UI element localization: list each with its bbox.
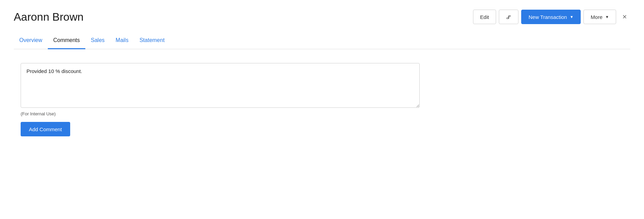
attach-button[interactable]: 🖇 (499, 10, 518, 24)
tab-statement[interactable]: Statement (134, 34, 170, 49)
more-dropdown-arrow: ▼ (605, 15, 609, 19)
more-button[interactable]: More ▼ (583, 10, 616, 24)
comment-textarea[interactable]: Provided 10 % discount. (21, 63, 420, 108)
more-label: More (591, 14, 602, 20)
close-button[interactable]: × (619, 12, 630, 22)
tab-mails[interactable]: Mails (110, 34, 134, 49)
new-transaction-label: New Transaction (528, 14, 567, 20)
edit-button[interactable]: Edit (473, 10, 496, 24)
new-transaction-button[interactable]: New Transaction ▼ (521, 10, 581, 24)
tabs-row: Overview Comments Sales Mails Statement (14, 34, 630, 49)
header-actions: Edit 🖇 New Transaction ▼ More ▼ × (473, 10, 630, 24)
add-comment-button[interactable]: Add Comment (21, 122, 70, 136)
close-icon: × (622, 12, 627, 21)
header-row: Aaronn Brown Edit 🖇 New Transaction ▼ Mo… (14, 10, 630, 24)
tab-sales[interactable]: Sales (85, 34, 110, 49)
paperclip-icon: 🖇 (506, 14, 511, 20)
internal-use-label: (For Internal Use) (21, 111, 420, 116)
page-title: Aaronn Brown (14, 11, 84, 23)
comments-content: Provided 10 % discount. (For Internal Us… (14, 63, 427, 136)
new-transaction-dropdown-arrow: ▼ (570, 15, 573, 19)
tab-comments[interactable]: Comments (48, 34, 85, 49)
tab-overview[interactable]: Overview (14, 34, 48, 49)
